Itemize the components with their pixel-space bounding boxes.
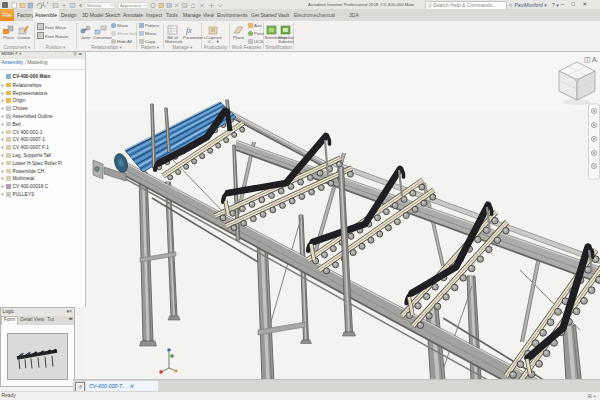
svg-text:Appearance: Appearance (120, 3, 142, 8)
svg-text:◫: ◫ (584, 56, 591, 63)
svg-text:fx: fx (186, 26, 192, 35)
svg-text:Material: Material (87, 3, 101, 8)
svg-text:A: A (592, 56, 597, 63)
